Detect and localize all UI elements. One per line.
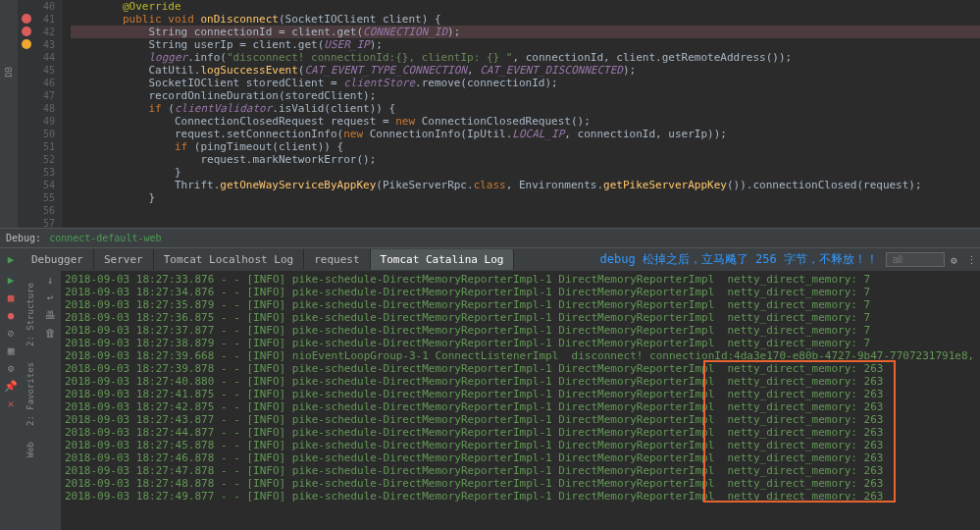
debug-controls-col: ▶: [0, 253, 22, 267]
log-line[interactable]: 2018-09-03 18:27:45.878 - - [INFO] pike-…: [65, 439, 976, 451]
code-line[interactable]: if (pingTimeout(client)) {: [71, 140, 980, 153]
rerun-icon[interactable]: ▶: [4, 253, 18, 267]
code-line[interactable]: }: [71, 191, 980, 204]
code-line[interactable]: String userIp = client.get(USER_IP);: [71, 38, 980, 51]
debug-tab[interactable]: Debugger: [22, 249, 94, 270]
console-wrap: ▶ ■ ● ⊘ ▦ ⚙ 📌 ✕ 2: Structure 2: Favorite…: [0, 271, 980, 530]
log-line[interactable]: 2018-09-03 18:27:36.875 - - [INFO] pike-…: [65, 311, 976, 324]
code-line[interactable]: request.setConnectionInfo(new Connection…: [71, 128, 980, 140]
code-line[interactable]: recordOnlineDuration(storedClient);: [71, 89, 980, 102]
log-line[interactable]: 2018-09-03 18:27:38.879 - - [INFO] pike-…: [65, 337, 976, 349]
settings-icon[interactable]: ⋮: [966, 254, 978, 266]
log-line[interactable]: 2018-09-03 18:27:34.876 - - [INFO] pike-…: [65, 286, 976, 298]
debug-tab[interactable]: Tomcat Catalina Log: [371, 249, 515, 270]
debug-session-name[interactable]: connect-default-web: [49, 233, 161, 243]
db-tool[interactable]: DB: [4, 67, 14, 78]
debug-run-controls: ▶ ■ ● ⊘ ▦ ⚙ 📌 ✕: [0, 271, 22, 530]
code-editor[interactable]: @Override public void onDisconnect(Socke…: [63, 0, 980, 228]
log-line[interactable]: 2018-09-03 18:27:43.877 - - [INFO] pike-…: [65, 413, 976, 426]
log-line[interactable]: 2018-09-03 18:27:37.877 - - [INFO] pike-…: [65, 324, 976, 337]
log-filter-input[interactable]: [886, 252, 945, 267]
code-line[interactable]: logger.info("disconnect! connectionId:{}…: [71, 51, 980, 64]
user-annotation: debug 松掉之后，立马飚了 256 字节，不释放！！: [600, 251, 882, 268]
clear-icon[interactable]: 🗑: [43, 326, 57, 340]
soft-wrap-icon[interactable]: ↩: [43, 291, 57, 304]
log-line[interactable]: 2018-09-03 18:27:46.878 - - [INFO] pike-…: [65, 451, 976, 464]
web-tool[interactable]: Web: [26, 442, 35, 457]
resume-icon[interactable]: ▶: [4, 273, 18, 287]
log-line[interactable]: 2018-09-03 18:27:47.878 - - [INFO] pike-…: [65, 464, 976, 477]
log-line[interactable]: 2018-09-03 18:27:44.877 - - [INFO] pike-…: [65, 426, 976, 439]
log-line[interactable]: 2018-09-03 18:27:41.875 - - [INFO] pike-…: [65, 388, 976, 400]
structure-tool[interactable]: 2: Structure: [26, 283, 35, 346]
console-output[interactable]: 2018-09-03 18:27:33.876 - - [INFO] pike-…: [61, 271, 980, 530]
line-number[interactable]: 44: [18, 51, 55, 64]
stop-icon[interactable]: ■: [4, 291, 18, 304]
log-line[interactable]: 2018-09-03 18:27:49.877 - - [INFO] pike-…: [65, 490, 976, 503]
mute-breakpoints-icon[interactable]: ⊘: [4, 326, 18, 340]
code-line[interactable]: String connectionId = client.get(CONNECT…: [71, 26, 980, 38]
debug-tabs-row: ▶ DebuggerServerTomcat Localhost Logrequ…: [0, 247, 980, 271]
code-line[interactable]: @Override: [71, 0, 980, 13]
tool-window-bar-left-lower: 2: Structure 2: Favorites Web: [22, 271, 39, 530]
filter-icon[interactable]: ⚙: [951, 254, 962, 266]
line-number[interactable]: 49: [18, 115, 55, 128]
line-number[interactable]: 56: [18, 204, 55, 217]
log-line[interactable]: 2018-09-03 18:27:33.876 - - [INFO] pike-…: [65, 273, 976, 286]
scroll-to-end-icon[interactable]: ↓: [43, 273, 57, 287]
debug-tab[interactable]: Tomcat Localhost Log: [154, 249, 304, 270]
log-line[interactable]: 2018-09-03 18:27:39.878 - - [INFO] pike-…: [65, 362, 976, 375]
editor-gutter[interactable]: 40414243444546474849505152535455565758: [18, 0, 63, 228]
code-line[interactable]: Thrift.getOneWayServiceByAppKey(PikeServ…: [71, 179, 980, 191]
pin-icon[interactable]: 📌: [4, 379, 18, 393]
line-number[interactable]: 51: [18, 140, 55, 153]
log-line[interactable]: 2018-09-03 18:27:48.878 - - [INFO] pike-…: [65, 477, 976, 490]
layout-icon[interactable]: ▦: [4, 344, 18, 357]
line-number[interactable]: 54: [18, 179, 55, 191]
code-line[interactable]: }: [71, 166, 980, 179]
debug-status-bar: Debug: connect-default-web: [0, 228, 980, 247]
debug-tab[interactable]: Server: [94, 249, 154, 270]
log-line[interactable]: 2018-09-03 18:27:35.879 - - [INFO] pike-…: [65, 298, 976, 311]
line-number[interactable]: 57: [18, 217, 55, 228]
breakpoint-icon[interactable]: [22, 14, 31, 24]
tool-window-bar-left: DB: [0, 0, 18, 228]
console-controls: ↓ ↩ 🖶 🗑: [39, 271, 61, 530]
view-breakpoints-icon[interactable]: ●: [4, 308, 18, 322]
line-number[interactable]: 46: [18, 77, 55, 89]
code-line[interactable]: public void onDisconnect(SocketIOClient …: [71, 13, 980, 26]
line-number[interactable]: 45: [18, 64, 55, 77]
debug-label: Debug:: [6, 233, 41, 243]
code-line[interactable]: if (clientValidator.isValid(client)) {: [71, 102, 980, 115]
code-line[interactable]: CatUtil.logSuccessEvent(CAT_EVENT_TYPE_C…: [71, 64, 980, 77]
log-line[interactable]: 2018-09-03 18:27:40.880 - - [INFO] pike-…: [65, 375, 976, 388]
settings-icon[interactable]: ⚙: [4, 361, 18, 375]
line-number[interactable]: 55: [18, 191, 55, 204]
editor-area: DB 4041424344454647484950515253545556575…: [0, 0, 980, 228]
debug-tab[interactable]: request: [304, 249, 370, 270]
line-number[interactable]: 50: [18, 128, 55, 140]
line-number[interactable]: 53: [18, 166, 55, 179]
code-line[interactable]: SocketIOClient storedClient = clientStor…: [71, 77, 980, 89]
code-line[interactable]: request.markNetworkError();: [71, 153, 980, 166]
code-line[interactable]: ConnectionClosedRequest request = new Co…: [71, 115, 980, 128]
intention-bulb-icon[interactable]: [22, 39, 31, 49]
log-line[interactable]: 2018-09-03 18:27:39.668 - - [INFO] nioEv…: [65, 349, 976, 362]
line-number[interactable]: 47: [18, 89, 55, 102]
log-line[interactable]: 2018-09-03 18:27:42.875 - - [INFO] pike-…: [65, 400, 976, 413]
breakpoint-icon[interactable]: [22, 26, 31, 36]
print-icon[interactable]: 🖶: [43, 308, 57, 322]
favorites-tool[interactable]: 2: Favorites: [26, 362, 35, 426]
line-number[interactable]: 52: [18, 153, 55, 166]
line-number[interactable]: 48: [18, 102, 55, 115]
line-number[interactable]: 40: [18, 0, 55, 13]
close-icon[interactable]: ✕: [4, 397, 18, 410]
